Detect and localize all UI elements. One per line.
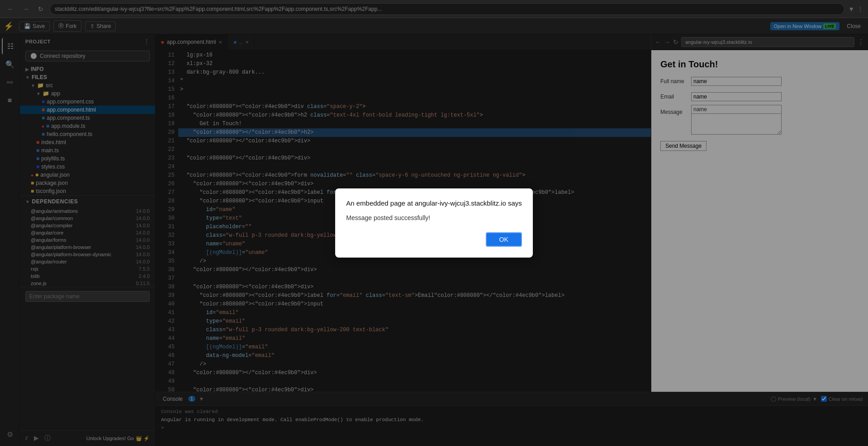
dialog-overlay: An embedded page at angular-ivy-wjcuj3.s… xyxy=(0,0,868,446)
dialog-footer: OK xyxy=(346,232,522,247)
dialog-box: An embedded page at angular-ivy-wjcuj3.s… xyxy=(335,188,533,258)
dialog-title: An embedded page at angular-ivy-wjcuj3.s… xyxy=(346,199,522,207)
dialog-message: Message posted successfully! xyxy=(346,214,522,221)
dialog-ok-button[interactable]: OK xyxy=(486,232,522,247)
